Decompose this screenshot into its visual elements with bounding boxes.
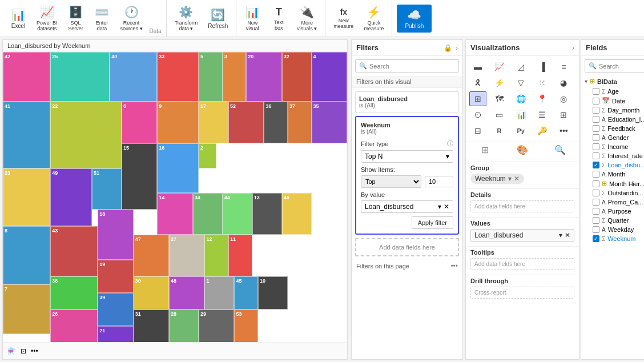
field-item-month[interactable]: AMonth — [581, 170, 644, 179]
treemap-cell-18[interactable]: 18 — [98, 210, 133, 259]
fields-search-input[interactable] — [599, 63, 644, 70]
treemap-cell-35[interactable]: 35 — [312, 102, 347, 143]
filter-type-select[interactable]: Top N ▾ — [361, 150, 453, 163]
more-visuals-button[interactable]: 🔌 Morevisuals ▾ — [293, 3, 320, 34]
viz-card[interactable]: ▭ — [491, 107, 508, 122]
power-bi-datasets-button[interactable]: 📈 Power BIdatasets — [33, 3, 61, 34]
field-item-weekday[interactable]: AWeekday — [581, 225, 644, 234]
field-item-promo-ca---[interactable]: APromo_Ca... — [581, 198, 644, 207]
more-icon-footer[interactable]: ••• — [31, 347, 38, 355]
new-measure-button[interactable]: fx Newmeasure — [330, 5, 357, 31]
treemap-cell-10[interactable]: 10 — [258, 276, 288, 309]
add-data-fields-button[interactable]: Add data fields here — [355, 238, 459, 256]
field-item-day-month[interactable]: ΣDay_month — [581, 106, 644, 115]
refresh-button[interactable]: 🔄 Refresh — [204, 6, 231, 31]
recent-sources-button[interactable]: 🕐 Recentsources ▾ — [117, 3, 146, 34]
treemap[interactable]: 4225403353203242241917523637356162234951… — [3, 52, 347, 343]
focus-icon-footer[interactable]: ⊡ — [21, 347, 26, 355]
viz-scatter[interactable]: ⁙ — [534, 75, 551, 90]
viz-waterfall[interactable]: ⚡ — [491, 75, 508, 90]
treemap-cell-31[interactable]: 31 — [134, 309, 169, 343]
by-value-expand-icon[interactable]: ▾ — [438, 203, 441, 211]
treemap-cell-45[interactable]: 45 — [234, 276, 258, 309]
treemap-cell-29[interactable]: 29 — [199, 309, 234, 343]
viz-tab-fields[interactable]: ⊞ — [466, 142, 504, 159]
treemap-cell-51[interactable]: 51 — [92, 168, 122, 210]
treemap-cell-6[interactable]: 6 — [122, 102, 157, 143]
field-item-income[interactable]: ΣIncome — [581, 142, 644, 151]
apply-filter-button[interactable]: Apply filter — [412, 216, 453, 229]
by-value-select[interactable]: Loan_disbursed ▾ ✕ — [361, 200, 453, 213]
by-value-clear-icon[interactable]: ✕ — [444, 203, 449, 211]
viz-tab-format[interactable]: 🎨 — [504, 142, 541, 159]
treemap-cell-7[interactable]: 7 — [3, 284, 50, 334]
treemap-cell-41[interactable]: 41 — [3, 102, 50, 168]
treemap-cell-47[interactable]: 47 — [134, 235, 169, 276]
sql-button[interactable]: 🗄️ SQLServer — [65, 3, 87, 34]
field-item-education-l---[interactable]: AEducation_l... — [581, 115, 644, 124]
treemap-cell-40[interactable]: 40 — [110, 52, 157, 102]
treemap-cell-14[interactable]: 14 — [157, 193, 192, 235]
group-chip-remove[interactable]: ▾ — [508, 175, 512, 183]
viz-100pct-bar[interactable]: ≡ — [555, 59, 572, 74]
treemap-cell-36[interactable]: 36 — [264, 102, 288, 143]
values-expand-icon[interactable]: ▾ — [559, 231, 562, 239]
field-item-feedback[interactable]: ΣFeedback — [581, 124, 644, 133]
publish-button[interactable]: ☁️ Publish — [397, 5, 432, 33]
filters-on-page-more[interactable]: ••• — [450, 262, 458, 270]
viz-slicer[interactable]: ☰ — [534, 107, 551, 122]
treemap-cell-52[interactable]: 52 — [228, 102, 264, 143]
viz-expand-icon[interactable]: › — [572, 44, 574, 52]
treemap-cell-46[interactable]: 46 — [282, 193, 312, 235]
treemap-cell-37[interactable]: 37 — [288, 102, 312, 143]
treemap-cell-23[interactable]: 23 — [3, 168, 50, 227]
field-item-loan-disbu---[interactable]: ✓ΣLoan_disbu... — [581, 160, 644, 170]
viz-map[interactable]: 🗺 — [491, 91, 508, 106]
treemap-cell-44[interactable]: 44 — [223, 193, 252, 235]
viz-key-influencers[interactable]: 🔑 — [534, 123, 551, 138]
treemap-cell-43[interactable]: 43 — [50, 226, 98, 276]
field-item-interest-rate[interactable]: ΣInterest_rate — [581, 151, 644, 160]
treemap-cell-42[interactable]: 42 — [3, 52, 50, 102]
viz-python[interactable]: Py — [512, 123, 529, 138]
enter-data-button[interactable]: ⌨️ Enterdata — [91, 3, 114, 34]
treemap-cell-38[interactable]: 38 — [50, 276, 98, 309]
field-item-purpose[interactable]: APurpose — [581, 207, 644, 216]
treemap-cell-33[interactable]: 33 — [157, 52, 199, 102]
treemap-cell-34[interactable]: 34 — [193, 193, 223, 235]
treemap-cell-22[interactable]: 22 — [50, 102, 122, 168]
treemap-cell-25[interactable]: 25 — [50, 52, 110, 102]
filters-search-input[interactable] — [369, 63, 455, 70]
field-item-gender[interactable]: AGender — [581, 133, 644, 142]
treemap-cell-53[interactable]: 53 — [234, 309, 258, 343]
treemap-cell-30[interactable]: 30 — [134, 276, 169, 309]
viz-line-chart[interactable]: 📈 — [491, 59, 508, 74]
tooltips-field-slot[interactable]: Add data fields here — [470, 258, 574, 270]
treemap-cell-32[interactable]: 32 — [282, 52, 312, 102]
treemap-cell-1[interactable]: 1 — [204, 276, 234, 309]
excel-button[interactable]: 📊 Excel — [7, 6, 30, 31]
treemap-cell-3[interactable]: 3 — [223, 52, 247, 102]
filters-lock-icon[interactable]: 🔒 — [444, 44, 452, 52]
viz-funnel[interactable]: ▽ — [512, 75, 529, 90]
transform-data-button[interactable]: ⚙️ Transformdata ▾ — [171, 3, 202, 34]
viz-gauge[interactable]: ⏲ — [469, 107, 486, 122]
group-chip-clear[interactable]: ✕ — [514, 175, 520, 183]
treemap-cell-21[interactable]: 21 — [98, 326, 133, 343]
treemap-cell-19[interactable]: 19 — [98, 260, 133, 293]
treemap-cell-12[interactable]: 12 — [204, 235, 228, 276]
bidata-group-header[interactable]: ▾ ⊞ BIData — [581, 76, 644, 87]
viz-r-script[interactable]: R — [491, 123, 508, 138]
treemap-cell-28[interactable]: 28 — [169, 309, 199, 343]
quick-measure-button[interactable]: ⚡ Quickmeasure — [360, 3, 387, 34]
viz-kpi[interactable]: 📊 — [512, 107, 529, 122]
field-item-quarter[interactable]: ΣQuarter — [581, 216, 644, 225]
viz-stacked-bar[interactable]: ▬ — [469, 59, 486, 74]
field-item-date[interactable]: 📅Date▾ — [581, 96, 644, 106]
viz-filled-map[interactable]: 🌐 — [512, 91, 529, 106]
treemap-cell-27[interactable]: 27 — [169, 235, 204, 276]
cross-report-slot[interactable]: Cross-report — [470, 287, 574, 299]
viz-area-chart[interactable]: ◿ — [512, 59, 529, 74]
treemap-cell-48[interactable]: 48 — [169, 276, 204, 309]
viz-column-chart[interactable]: ▐ — [534, 59, 551, 74]
